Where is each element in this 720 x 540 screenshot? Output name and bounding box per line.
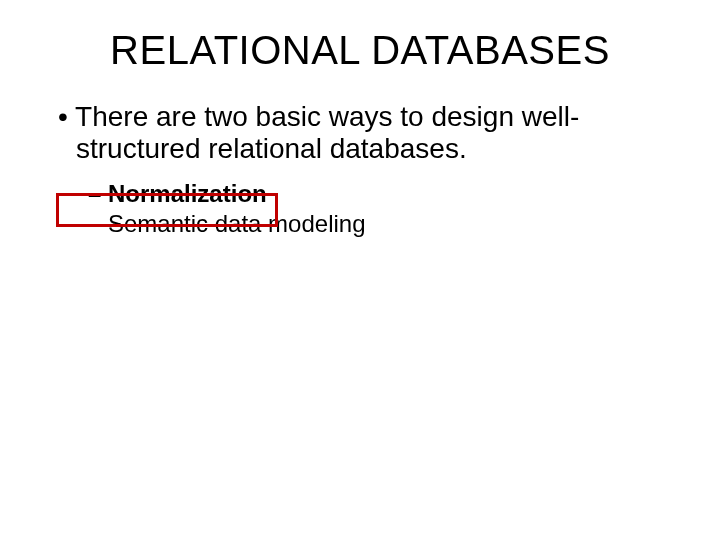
sub-bullet-semantic-data-modeling: Semantic data modeling [88,209,690,239]
slide-title: RELATIONAL DATABASES [30,28,690,73]
bullet-main: There are two basic ways to design well-… [58,101,690,165]
slide: RELATIONAL DATABASES There are two basic… [0,0,720,540]
sub-bullet-list: Normalization Semantic data modeling [88,179,690,239]
sub-bullet-normalization: Normalization [88,179,690,209]
